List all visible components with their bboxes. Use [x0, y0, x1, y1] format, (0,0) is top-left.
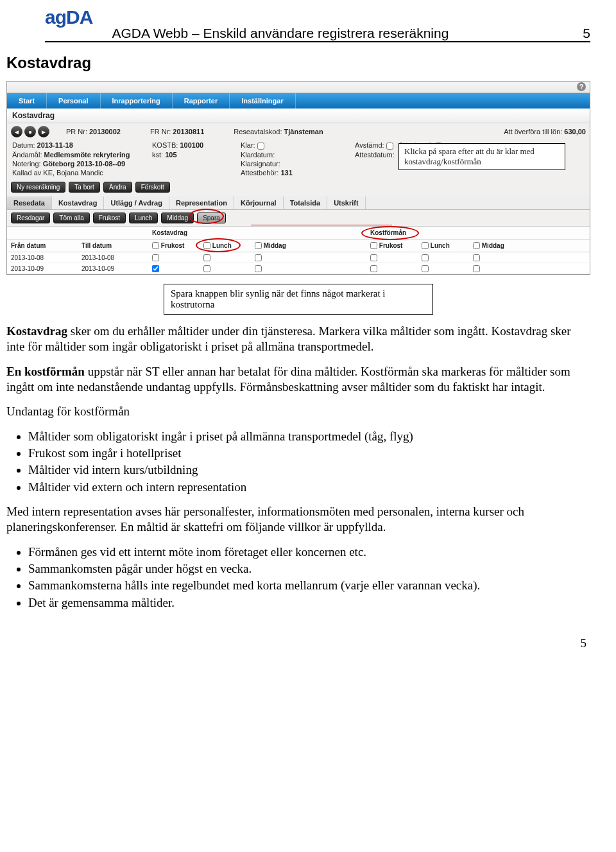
pr-nr-value: 20130002 — [89, 128, 121, 135]
tab-resedata[interactable]: Resedata — [7, 196, 52, 209]
datum-label: Datum: — [12, 141, 35, 149]
klar-checkbox[interactable] — [257, 143, 264, 150]
row1-middag2[interactable] — [473, 254, 480, 261]
table-row: 2013-10-08 2013-10-08 — [7, 252, 590, 263]
btn-tom-alla[interactable]: Töm alla — [53, 213, 89, 223]
col-from: Från datum — [11, 242, 81, 249]
annotation-lunch-circle — [196, 238, 241, 252]
row2-from: 2013-10-09 — [11, 265, 81, 272]
row1-lunch1[interactable] — [203, 254, 210, 261]
col-frukost1: Frukost — [161, 242, 185, 249]
attestbehor-value: 131 — [280, 169, 292, 177]
kallad-line: Kallad av KE, Bojana Mandic — [12, 169, 147, 177]
annotation-line — [251, 225, 392, 225]
tab-utlagg[interactable]: Utlägg / Avdrag — [104, 196, 169, 209]
p1-bold: Kostavdrag — [6, 324, 67, 338]
btn-ta-bort[interactable]: Ta bort — [69, 182, 100, 193]
menu-personal[interactable]: Personal — [47, 93, 100, 109]
btn-resdagar[interactable]: Resdagar — [11, 213, 50, 223]
nav-and-meta-row: ◄ ● ► PR Nr: 20130002 FR Nr: 20130811 Re… — [7, 123, 590, 140]
hdr-cb-middag2[interactable] — [473, 242, 480, 249]
logo: agDA — [45, 6, 92, 28]
p2-rest: uppstår när ST eller annan har betalat f… — [6, 365, 570, 394]
andamal-label: Ändamål: — [12, 151, 42, 159]
row1-middag1[interactable] — [255, 254, 262, 261]
tab-utskrift[interactable]: Utskrift — [327, 196, 366, 209]
fr-nr-label: FR Nr: — [150, 128, 171, 135]
row1-from: 2013-10-08 — [11, 254, 81, 261]
window-topbar: ? — [7, 82, 590, 93]
caption-spara-visible: Spara knappen blir synlig när det finns … — [164, 284, 433, 315]
annotation-spara-circle — [189, 209, 224, 224]
group-kostforman: Kostförmån — [370, 229, 524, 236]
pr-nr-label: PR Nr: — [66, 128, 87, 135]
row2-frukost1[interactable] — [152, 265, 159, 272]
row1-to: 2013-10-08 — [81, 254, 152, 261]
nav-next-icon[interactable]: ► — [38, 126, 49, 137]
ul1: Måltider som obligatoriskt ingår i prise… — [28, 429, 590, 495]
tab-representation[interactable]: Representation — [169, 196, 234, 209]
p1-rest: sker om du erhåller måltider under din t… — [6, 324, 571, 353]
menu-rapporter[interactable]: Rapporter — [173, 93, 230, 109]
doc-header-title: AGDA Webb – Enskild användare registrera… — [112, 26, 449, 41]
list-item: Sammankomsten pågår under högst en vecka… — [28, 561, 590, 577]
row1-frukost2[interactable] — [370, 254, 377, 261]
list-item: Måltider som obligatoriskt ingår i prise… — [28, 429, 590, 444]
andamal-value: Medlemsmöte rekrytering — [44, 151, 130, 159]
avstamd-checkbox[interactable] — [386, 143, 393, 150]
p2-bold: En kostförmån — [6, 365, 85, 378]
col-middag1: Middag — [264, 242, 286, 249]
row2-lunch2[interactable] — [422, 265, 429, 272]
page-number-top: 5 — [583, 26, 590, 41]
nav-prev-icon[interactable]: ◄ — [11, 126, 22, 137]
row1-lunch2[interactable] — [422, 254, 429, 261]
tab-korjournal[interactable]: Körjournal — [234, 196, 284, 209]
nav-current-icon[interactable]: ● — [24, 126, 36, 137]
notering-label: Notering: — [12, 160, 41, 168]
hdr-cb-frukost2[interactable] — [370, 242, 377, 249]
row2-lunch1[interactable] — [203, 265, 210, 272]
row2-middag2[interactable] — [473, 265, 480, 272]
kst-label: kst: — [152, 151, 163, 159]
btn-forskott[interactable]: Förskott — [135, 182, 170, 193]
overfor-value: 630,00 — [564, 128, 586, 135]
list-item: Måltider vid extern och intern represent… — [28, 480, 590, 495]
btn-ny-reserakning[interactable]: Ny reseräkning — [11, 182, 65, 193]
row2-to: 2013-10-09 — [81, 265, 152, 272]
menu-inrapportering[interactable]: Inrapportering — [101, 93, 173, 109]
callout-spara: Klicka på spara efter att du är klar med… — [398, 143, 565, 170]
tab-kostavdrag[interactable]: Kostavdrag — [52, 196, 105, 209]
app-screenshot: ? Start Personal Inrapportering Rapporte… — [6, 81, 590, 275]
hdr-cb-lunch2[interactable] — [422, 242, 429, 249]
btn-lunch[interactable]: Lunch — [129, 213, 158, 223]
avtal-label: Reseavtalskod: — [234, 128, 282, 135]
row2-frukost2[interactable] — [370, 265, 377, 272]
col-to: Till datum — [81, 242, 152, 249]
avtal-value: Tjänsteman — [284, 128, 323, 135]
kostb-label: KOSTB: — [152, 141, 178, 149]
row1-frukost1[interactable] — [152, 254, 159, 261]
p4: Med intern representation avses här pers… — [6, 504, 590, 535]
kst-value: 105 — [165, 151, 176, 159]
tab-totalsida[interactable]: Totalsida — [284, 196, 327, 209]
ul2: Förmånen ges vid ett internt möte inom f… — [28, 544, 590, 611]
btn-frukost[interactable]: Frukost — [93, 213, 126, 223]
menu-installningar[interactable]: Inställningar — [230, 93, 295, 109]
btn-andra[interactable]: Ändra — [103, 182, 132, 193]
page-number-bottom: 5 — [6, 636, 586, 650]
hdr-cb-middag1[interactable] — [255, 242, 262, 249]
help-icon[interactable]: ? — [577, 82, 586, 91]
hdr-cb-frukost1[interactable] — [152, 242, 159, 249]
menu-start[interactable]: Start — [7, 93, 47, 109]
kostb-value: 100100 — [180, 141, 203, 149]
breadcrumb: Kostavdrag — [7, 109, 590, 123]
col-middag2: Middag — [482, 242, 504, 249]
table-row: 2013-10-09 2013-10-09 — [7, 263, 590, 274]
avstamd-label: Avstämd: — [355, 141, 384, 149]
annotation-kostforman-circle — [361, 226, 419, 240]
row2-middag1[interactable] — [255, 265, 262, 272]
list-item: Förmånen ges vid ett internt möte inom f… — [28, 544, 590, 560]
list-item: Sammankomsterna hålls inte regelbundet m… — [28, 578, 590, 593]
col-frukost2: Frukost — [379, 242, 403, 249]
overfor-label: Att överföra till lön: — [504, 128, 562, 135]
